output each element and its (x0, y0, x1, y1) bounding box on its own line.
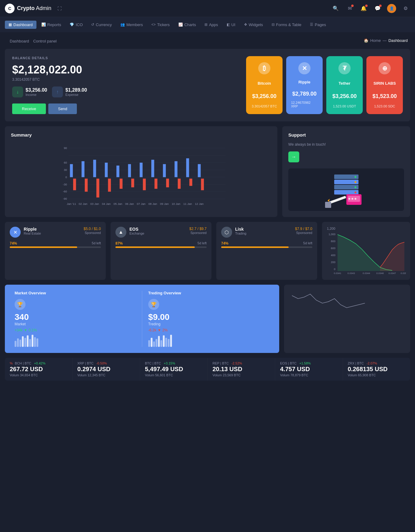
svg-point-66 (355, 198, 356, 200)
balance-details: BALANCE DETAILS $2,128,022.00 3.30142057… (12, 56, 239, 114)
widgets-nav-icon: ❖ (244, 22, 247, 27)
ripple-item: ✕ Ripple Real Estate $5.0 / $1.0 Sponsor… (5, 222, 106, 280)
svg-text:90: 90 (64, 146, 67, 150)
nav: ▦ Dashboard 📊 Reports 💎 ICO ↺ Currency 👥… (0, 17, 415, 32)
nav-item-charts[interactable]: 📈 Charts (175, 21, 200, 29)
mini-bar (19, 340, 21, 347)
send-button[interactable]: Send (48, 103, 77, 114)
mini-bar (165, 338, 167, 347)
crypto-list-row: ✕ Ripple Real Estate $5.0 / $1.0 Sponsor… (5, 222, 410, 280)
trading-change: -6.2k ▼ 2% (148, 328, 269, 332)
btc-usd: 5,497.49 USD (145, 366, 203, 373)
eos-item-header: ▲ EOS Exchange $2.7 / $9.7 Sponsored (115, 227, 207, 238)
svg-rect-21 (105, 163, 108, 177)
receive-button[interactable]: Receive (12, 103, 46, 114)
nav-item-currency[interactable]: ↺ Currency (87, 21, 115, 29)
svg-marker-61 (328, 199, 330, 202)
expand-icon[interactable]: ⛶ (57, 6, 62, 11)
nav-item-dashboard[interactable]: ▦ Dashboard (5, 21, 36, 29)
settings-icon[interactable]: ⚙ (401, 4, 410, 13)
svg-text:Jan '11: Jan '11 (67, 202, 76, 205)
trading-label: Treding (148, 322, 269, 326)
svg-rect-35 (186, 158, 189, 177)
header-icons: 🔍 ✉ 🔔 💬 👤 ⚙ (331, 4, 410, 13)
ripple-icon: ✕ (298, 62, 310, 74)
ticker-eos: EOS | BTC +1.58% 4.757 USD Volum 78,879 … (275, 358, 343, 381)
svg-rect-28 (143, 179, 146, 190)
logo-icon: C (5, 4, 15, 13)
svg-text:05 Jan: 05 Jan (114, 202, 122, 205)
ripple-usd: $2,789.00 (292, 91, 317, 97)
market-overview-left: Market Overview 🏆 340 Market +34k ▼ 0.1% (11, 291, 139, 347)
market-trophy-icon: 🏆 (15, 299, 26, 310)
sparkline-chart-box (284, 285, 410, 353)
mini-bar (160, 340, 162, 347)
svg-text:-30: -30 (63, 183, 67, 186)
balance-buttons: Receive Send (12, 103, 239, 114)
nav-item-tickers[interactable]: <> Tickers (148, 21, 173, 29)
search-icon[interactable]: 🔍 (331, 4, 340, 13)
nav-item-ui[interactable]: ◧ UI (223, 21, 239, 29)
summary-row: Summary 90 60 30 0 -30 (5, 126, 410, 217)
bch-usd: 267.72 USD (10, 366, 67, 373)
nav-item-forms[interactable]: ⊟ Forms & Table (268, 21, 305, 29)
lisk-progress: 74% 5d left (221, 241, 312, 248)
svg-text:400: 400 (331, 254, 335, 257)
bitcoin-usd: $3,256.00 (252, 93, 276, 100)
ripple-progress-label: 74% 5d left (10, 241, 101, 246)
eos-pair: EOS | BTC +1.58% (280, 361, 338, 365)
svg-rect-37 (198, 164, 201, 177)
main-content: BALANCE DETAILS $2,128,022.00 3.30142057… (0, 49, 415, 385)
svg-rect-33 (175, 161, 178, 177)
market-value: 340 (15, 312, 136, 322)
mini-bar (36, 338, 38, 347)
market-overview-right: Treding Overview 🏆 $9.00 Treding -6.2k ▼… (145, 291, 273, 347)
ico-nav-icon: 💎 (70, 22, 74, 27)
crypto-card-bitcoin: ₿ Bitcoin $3,256.00 3.30142057 BTC (246, 56, 283, 114)
lisk-item: ⬡ Lisk Trading $7.9 / $7.0 Sponsored 74%… (216, 222, 317, 280)
chart-y-max: 1,200 (327, 227, 405, 230)
mini-bar (153, 341, 155, 347)
zrx-volume: Volum 65,908 BTC (348, 373, 406, 377)
svg-rect-62 (325, 202, 331, 208)
svg-point-58 (355, 191, 356, 193)
ticker-rep: REP | BTC -2.52% 20.13 USD Volum 23,569 … (208, 358, 276, 381)
support-title: Support (288, 132, 404, 137)
mini-bar (156, 339, 157, 347)
nav-item-reports[interactable]: 📊 Reports (38, 21, 65, 29)
mail-icon[interactable]: ✉ (345, 4, 354, 13)
svg-rect-31 (163, 164, 166, 177)
svg-text:0.0344: 0.0344 (363, 272, 370, 274)
eos-sponsored: Sponsored (189, 231, 207, 235)
trading-trophy-icon: 🏆 (148, 299, 159, 310)
eos-progress-fill (115, 246, 195, 248)
chat-icon[interactable]: 💬 (373, 4, 382, 13)
svg-rect-30 (155, 179, 158, 189)
ticker-zrx: ZRX | BTC -2.07% 0.268135 USD Volum 65,9… (343, 358, 410, 381)
mini-bar (27, 335, 29, 347)
nav-item-ico[interactable]: 💎 ICO (66, 21, 86, 29)
rep-volume: Volum 23,569 BTC (213, 373, 270, 377)
avatar[interactable]: 👤 (387, 4, 396, 13)
bell-icon[interactable]: 🔔 (359, 4, 368, 13)
nav-item-members[interactable]: 👥 Members (117, 21, 146, 29)
mini-bar (29, 339, 31, 347)
nav-item-widgets[interactable]: ❖ Widgets (240, 21, 267, 29)
mini-bar (24, 338, 26, 347)
summary-box: Summary 90 60 30 0 -30 (5, 126, 277, 217)
svg-text:200: 200 (331, 261, 335, 264)
support-arrow-button[interactable]: → (288, 151, 299, 162)
ripple-name: Ripple (298, 80, 310, 84)
svg-text:11 Jan: 11 Jan (183, 202, 192, 205)
btc-pair: BTC | BTC +3.15% (145, 361, 203, 365)
svg-text:09 Jan: 09 Jan (160, 202, 169, 205)
nav-item-pages[interactable]: ☰ Pages (306, 21, 330, 29)
forms-nav-icon: ⊟ (272, 22, 275, 27)
mini-bar (148, 340, 150, 347)
tickers-nav-icon: <> (151, 22, 156, 27)
svg-text:07 Jan: 07 Jan (137, 202, 146, 205)
nav-item-apps[interactable]: ⊞ Apps (201, 21, 222, 29)
tether-amount: 1,523.00 USDT (333, 104, 356, 108)
xrp-volume: Volum 12,345 BTC (77, 373, 135, 377)
balance-section: BALANCE DETAILS $2,128,022.00 3.30142057… (5, 49, 410, 121)
